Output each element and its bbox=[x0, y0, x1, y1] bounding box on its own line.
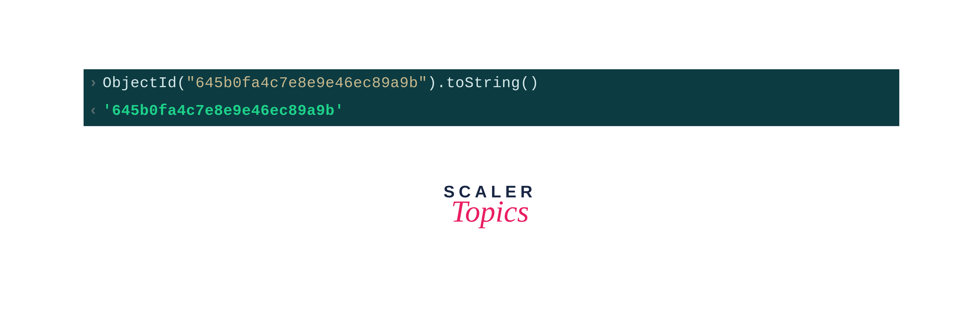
code-open-paren: ( bbox=[177, 75, 186, 92]
console-input-code: ObjectId("645b0fa4c7e8e9e46ec89a9b").toS… bbox=[103, 74, 539, 92]
console-input-line[interactable]: › ObjectId("645b0fa4c7e8e9e46ec89a9b").t… bbox=[84, 69, 899, 97]
code-string-literal: "645b0fa4c7e8e9e46ec89a9b" bbox=[186, 75, 428, 92]
brand-logo: SCALER Topics bbox=[432, 182, 548, 229]
output-prompt-icon: ‹ bbox=[89, 102, 98, 120]
code-close-paren: ) bbox=[428, 75, 437, 92]
console-output-line: ‹ '645b0fa4c7e8e9e46ec89a9b' bbox=[84, 97, 899, 126]
console-output-value: '645b0fa4c7e8e9e46ec89a9b' bbox=[103, 102, 344, 120]
code-chain-method: .toString() bbox=[437, 75, 539, 92]
console-panel: › ObjectId("645b0fa4c7e8e9e46ec89a9b").t… bbox=[84, 69, 899, 126]
input-prompt-icon: › bbox=[89, 74, 98, 92]
code-method-name: ObjectId bbox=[103, 75, 177, 92]
